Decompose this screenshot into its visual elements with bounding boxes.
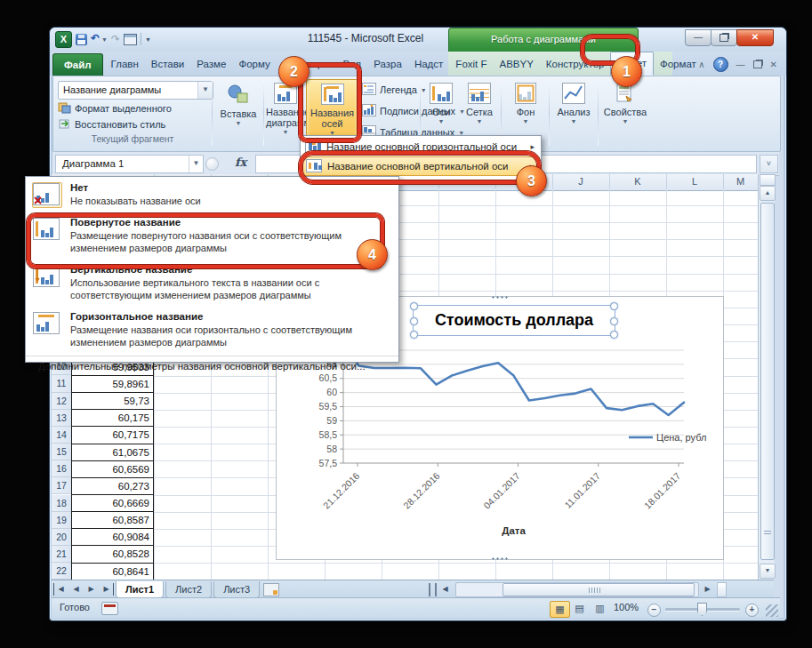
switch-windows-icon[interactable] (124, 34, 137, 45)
insert-worksheet-icon[interactable] (263, 583, 279, 596)
selection-handle[interactable] (610, 317, 618, 325)
scrollbar-resize-handle[interactable] (717, 582, 727, 597)
cell-value[interactable]: 59,8961 (71, 375, 154, 393)
vertical-split-handle[interactable] (760, 174, 776, 186)
selection-handle[interactable] (610, 331, 618, 339)
collapse-ribbon-icon[interactable]: ∧ (698, 60, 704, 69)
row-header-19[interactable]: 19 (52, 512, 72, 529)
row-header-22[interactable]: 22 (52, 563, 72, 580)
window-resize-grip[interactable] (766, 604, 778, 617)
tab-Встави[interactable]: Встави (145, 53, 191, 76)
horizontal-scrollbar[interactable] (455, 582, 699, 597)
column-header-M[interactable]: M (723, 174, 758, 189)
first-sheet-icon[interactable]: ◀ (53, 583, 68, 596)
prev-sheet-icon[interactable]: ◀ (69, 583, 83, 596)
chart-selection-handle[interactable] (491, 556, 509, 561)
scroll-right-icon[interactable]: ▶ (701, 583, 714, 596)
sheet-tab-Лист3[interactable]: Лист3 (213, 581, 260, 598)
normal-view-icon[interactable]: ▦ (550, 601, 570, 618)
sheet-tab-Лист1[interactable]: Лист1 (116, 581, 164, 598)
tab-Файл[interactable]: Файл (52, 53, 103, 76)
chevron-down-icon[interactable]: ▼ (197, 82, 213, 99)
selection-handle[interactable] (410, 331, 418, 339)
cell-value[interactable]: 60,6669 (71, 494, 154, 512)
submenu-item-horizontal-title[interactable]: Горизонтальное названиеРазмещение назван… (26, 306, 398, 353)
title-bar[interactable]: X↶ ▼↷▼ 111545 - Microsoft Excel Работа с… (50, 28, 786, 52)
tab-Надст[interactable]: Надст (408, 53, 449, 76)
column-header-L[interactable]: L (666, 174, 724, 189)
page-break-view-icon[interactable]: ▥ (591, 601, 609, 616)
sheet-tab-Лист2[interactable]: Лист2 (165, 581, 212, 598)
vertical-scroll-thumb[interactable] (760, 203, 775, 560)
zoom-in-icon[interactable]: + (745, 604, 759, 617)
close-button[interactable]: ✕ (736, 29, 774, 46)
zoom-level-label[interactable]: 100% (614, 602, 639, 612)
selection-handle[interactable] (610, 302, 618, 310)
more-axis-title-options-item[interactable]: Дополнительные параметры названия основн… (26, 356, 398, 376)
tab-Формат[interactable]: Формат (654, 53, 703, 76)
minimize-button[interactable]: — (685, 29, 712, 46)
row-header-14[interactable]: 14 (52, 427, 72, 444)
restore-button[interactable] (711, 29, 737, 46)
cell-value[interactable]: 60,175 (71, 409, 154, 427)
cell-value[interactable]: 60,9084 (71, 528, 154, 546)
properties-button[interactable]: Свойства ▼ (601, 79, 649, 145)
zoom-slider-thumb[interactable] (697, 603, 707, 616)
row-header-21[interactable]: 21 (52, 546, 72, 563)
row-header-12[interactable]: 12 (52, 393, 72, 410)
row-header-13[interactable]: 13 (52, 410, 72, 427)
cell-value[interactable]: 60,8641 (71, 563, 154, 580)
macro-record-icon[interactable] (101, 602, 118, 615)
help-icon[interactable]: ? (713, 57, 728, 72)
tab-Разра[interactable]: Разра (367, 53, 408, 76)
workbook-minimize-icon[interactable]: — (736, 60, 745, 69)
save-icon[interactable] (76, 34, 87, 45)
column-header-K[interactable]: K (609, 174, 667, 189)
tab-split-handle[interactable] (429, 583, 437, 596)
legend-button[interactable]: Легенда ▼ (362, 81, 427, 99)
zoom-out-icon[interactable]: − (647, 604, 661, 617)
tab-Главн[interactable]: Главн (105, 53, 145, 76)
row-header-18[interactable]: 18 (52, 495, 72, 512)
next-sheet-icon[interactable]: ▶ (84, 583, 98, 596)
undo-icon[interactable]: ↶ ▼ (91, 30, 108, 48)
cell-value[interactable]: 60,8587 (71, 511, 154, 529)
workbook-close-icon[interactable]: ✕ (770, 60, 777, 69)
name-box[interactable]: Диаграмма 1 ▼ (55, 155, 204, 173)
fx-icon[interactable]: fx (235, 156, 246, 169)
page-layout-view-icon[interactable]: ▤ (570, 601, 589, 616)
row-header-20[interactable]: 20 (52, 529, 72, 546)
expand-formula-bar-icon[interactable]: ˅ (760, 155, 778, 173)
chart-selection-handle[interactable] (491, 295, 509, 300)
chevron-down-icon[interactable]: ▼ (189, 156, 203, 172)
workbook-restore-icon[interactable] (753, 60, 762, 68)
format-selection-button[interactable]: Формат выделенного (58, 100, 172, 116)
cell-value[interactable]: 60,6569 (71, 460, 154, 478)
selection-handle[interactable] (410, 302, 418, 310)
row-header-17[interactable]: 17 (52, 477, 72, 494)
cell-value[interactable]: 60,7175 (71, 426, 154, 444)
scroll-up-icon[interactable]: ▲ (760, 186, 776, 201)
vertical-scrollbar[interactable]: ▲ ▼ (758, 174, 775, 580)
horizontal-scroll-thumb[interactable] (502, 583, 695, 596)
chart-title-box[interactable]: Стоимость доллара (413, 305, 615, 336)
row-header-11[interactable]: 11 (52, 375, 72, 392)
cell-value[interactable]: 60,8528 (71, 545, 154, 563)
cell-value[interactable]: 60,273 (71, 477, 154, 495)
reset-style-button[interactable]: Восстановить стиль (58, 116, 165, 132)
scroll-left-icon[interactable]: ◀ (438, 583, 452, 596)
insert-button[interactable]: Вставка ▼ (215, 79, 261, 145)
tab-Форму[interactable]: Форму (232, 53, 276, 76)
cell-value[interactable]: 59,73 (71, 392, 154, 410)
tab-Разме[interactable]: Разме (190, 53, 232, 76)
analysis-button[interactable]: Анализ ▼ (552, 79, 595, 145)
cell-value[interactable]: 61,0675 (71, 444, 154, 461)
last-sheet-icon[interactable]: ▶ (100, 583, 114, 596)
qat-customize-icon[interactable]: ▼ (145, 36, 151, 43)
row-header-15[interactable]: 15 (52, 444, 72, 460)
selection-handle[interactable] (410, 317, 418, 325)
column-header-J[interactable]: J (552, 174, 610, 189)
row-header-16[interactable]: 16 (52, 460, 72, 477)
current-selection-combo[interactable]: Название диаграммы ▼ (58, 81, 213, 100)
scroll-down-icon[interactable]: ▼ (760, 564, 776, 579)
